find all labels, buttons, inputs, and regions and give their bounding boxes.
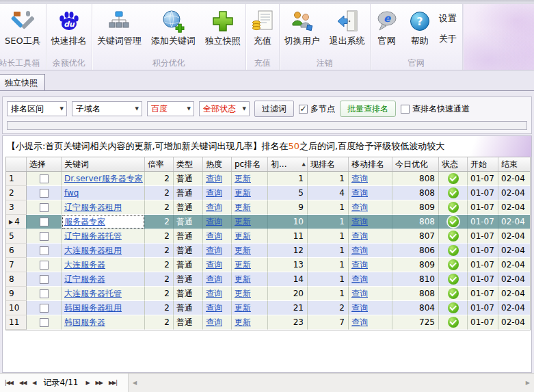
table-row[interactable]: 1Dr.server服务器专家2普通查询更新11查询80801-0702-04 <box>6 172 530 186</box>
help-button[interactable]: ? 帮助 <box>403 4 436 58</box>
keyword-link[interactable]: 辽宁服务器托管 <box>64 231 122 242</box>
pc-update-link[interactable]: 更新 <box>235 288 251 300</box>
batch-check-rank-button[interactable]: 批量查排名 <box>340 101 396 117</box>
column-header-倍率[interactable]: 倍率 <box>145 157 174 171</box>
heat-query-link[interactable]: 查询 <box>206 274 222 285</box>
mobile-query-link[interactable]: 查询 <box>351 231 368 242</box>
row-checkbox[interactable] <box>40 318 49 327</box>
keyword-link[interactable]: 辽宁服务器 <box>64 274 105 285</box>
rank-range-dropdown[interactable]: 排名区间 ▼ <box>7 101 67 116</box>
table-row[interactable]: ▶4服务器专家2普通查询更新101查询80801-0702-04 <box>6 215 530 229</box>
keyword-link[interactable]: 服务器专家 <box>64 216 105 228</box>
column-header-row-indicator[interactable] <box>6 157 27 171</box>
heat-query-link[interactable]: 查询 <box>206 202 222 213</box>
mobile-query-link[interactable]: 查询 <box>351 274 368 285</box>
pc-update-link[interactable]: 更新 <box>235 302 251 314</box>
keyword-link[interactable]: 大连服务器 <box>64 259 105 271</box>
row-checkbox[interactable] <box>40 304 49 313</box>
pc-update-link[interactable]: 更新 <box>235 259 251 271</box>
mobile-query-link[interactable]: 查询 <box>351 317 368 328</box>
table-row[interactable]: 9大连服务器托管2普通查询更新201查询80801-0702-04 <box>6 287 530 301</box>
heat-query-link[interactable]: 查询 <box>206 302 222 314</box>
status-dropdown[interactable]: 全部状态 ▼ <box>199 101 250 116</box>
column-header-开始[interactable]: 开始 <box>468 157 498 171</box>
row-checkbox[interactable] <box>40 289 49 298</box>
keyword-link[interactable]: fwq <box>64 188 79 198</box>
standalone-snapshot-button[interactable]: 独立快照 <box>200 4 245 58</box>
column-header-移动排名[interactable]: 移动排名 <box>349 157 392 171</box>
nav-prev-button[interactable]: ◀ <box>32 380 36 386</box>
column-header-选择[interactable]: 选择 <box>27 157 62 171</box>
search-engine-dropdown[interactable]: 百度 ▼ <box>147 101 194 116</box>
exit-system-button[interactable]: 退出系统 <box>325 4 370 58</box>
nav-first-button[interactable]: |◀◀ <box>5 380 13 386</box>
heat-query-link[interactable]: 查询 <box>206 216 222 228</box>
column-header-类型[interactable]: 类型 <box>174 157 203 171</box>
keyword-link[interactable]: 大连服务器租用 <box>64 245 122 257</box>
mobile-query-link[interactable]: 查询 <box>351 288 368 300</box>
table-row[interactable]: 7大连服务器2普通查询更新131查询80901-0702-04 <box>6 258 530 272</box>
heat-query-link[interactable]: 查询 <box>206 259 222 271</box>
keyword-link[interactable]: 韩国服务器租用 <box>64 302 122 314</box>
row-checkbox[interactable] <box>40 232 49 241</box>
heat-query-link[interactable]: 查询 <box>206 231 222 242</box>
table-row[interactable]: 5辽宁服务器托管2普通查询更新111查询80701-0702-04 <box>6 229 530 244</box>
column-header-pc排名[interactable]: pc排名 <box>232 157 268 171</box>
mobile-query-link[interactable]: 查询 <box>351 245 368 257</box>
mobile-query-link[interactable]: 查询 <box>351 173 368 185</box>
pc-update-link[interactable]: 更新 <box>235 231 251 242</box>
pc-update-link[interactable]: 更新 <box>235 187 251 199</box>
row-checkbox[interactable] <box>40 174 49 183</box>
horizontal-scrollbar[interactable]: ◀ ▶ <box>129 380 534 386</box>
keyword-link[interactable]: 韩国服务器 <box>64 317 105 328</box>
multi-node-checkbox[interactable]: ✓ <box>299 105 308 114</box>
heat-query-link[interactable]: 查询 <box>206 187 222 199</box>
heat-query-link[interactable]: 查询 <box>206 245 222 257</box>
heat-query-link[interactable]: 查询 <box>206 173 222 185</box>
row-checkbox[interactable] <box>40 261 49 270</box>
row-checkbox[interactable] <box>40 203 49 212</box>
column-header-初...[interactable]: 初...▲ <box>268 157 308 171</box>
nav-next-page-button[interactable]: ▶▶ <box>96 380 103 386</box>
pc-update-link[interactable]: 更新 <box>235 317 251 328</box>
mobile-query-link[interactable]: 查询 <box>351 216 368 228</box>
table-row[interactable]: 11韩国服务器2普通查询更新237查询72501-0702-04 <box>6 315 530 330</box>
column-header-热度[interactable]: 热度 <box>203 157 232 171</box>
keyword-link[interactable]: Dr.server服务器专家 <box>64 173 143 185</box>
switch-user-button[interactable]: 切换用户 <box>280 4 325 58</box>
keyword-link[interactable]: 辽宁服务器租用 <box>64 202 122 213</box>
keyword-link[interactable]: 大连服务器托管 <box>64 288 122 300</box>
tab-standalone-snapshot[interactable]: 独立快照 <box>0 74 45 90</box>
row-checkbox[interactable] <box>40 275 49 284</box>
subdomain-dropdown[interactable]: 子域名 ▼ <box>72 101 142 116</box>
row-checkbox[interactable] <box>40 246 49 255</box>
official-site-button[interactable]: e 官网 <box>371 4 403 58</box>
nav-last-button[interactable]: ▶▶| <box>109 380 117 386</box>
fast-ranking-button[interactable]: du 快速排名 <box>46 4 92 58</box>
column-header-关键词[interactable]: 关键词 <box>62 157 145 171</box>
nav-prev-page-button[interactable]: ◀◀ <box>19 380 26 386</box>
add-keyword-button[interactable]: 添加关键词 <box>146 4 200 58</box>
column-header-状态[interactable]: 状态 <box>439 157 468 171</box>
filter-words-button[interactable]: 过滤词 <box>254 101 294 117</box>
row-checkbox[interactable] <box>40 189 49 198</box>
pc-update-link[interactable]: 更新 <box>235 274 251 285</box>
table-row[interactable]: 2fwq2普通查询更新54查询80801-0702-04 <box>6 186 530 200</box>
pc-update-link[interactable]: 更新 <box>235 245 251 257</box>
seo-tools-button[interactable]: SEO工具 <box>0 4 46 58</box>
heat-query-link[interactable]: 查询 <box>206 317 222 328</box>
table-row[interactable]: 3辽宁服务器租用2普通查询更新91查询80901-0702-04 <box>6 200 530 215</box>
recharge-button[interactable]: 充值 <box>246 4 279 58</box>
pc-update-link[interactable]: 更新 <box>235 216 251 228</box>
fast-channel-checkbox[interactable] <box>401 105 410 114</box>
scroll-left-icon[interactable]: ◀ <box>133 380 137 386</box>
column-header-今日优化[interactable]: 今日优化 <box>392 157 439 171</box>
pc-update-link[interactable]: 更新 <box>235 173 251 185</box>
settings-link[interactable]: 设置 <box>439 12 457 25</box>
pc-update-link[interactable]: 更新 <box>235 202 251 213</box>
scroll-right-icon[interactable]: ▶ <box>526 380 530 386</box>
nav-next-button[interactable]: ▶ <box>85 380 89 386</box>
table-row[interactable]: 10韩国服务器租用2普通查询更新212查询80401-0702-04 <box>6 301 530 315</box>
about-link[interactable]: 关于 <box>439 33 457 45</box>
column-header-结束[interactable]: 结束 <box>498 157 530 171</box>
